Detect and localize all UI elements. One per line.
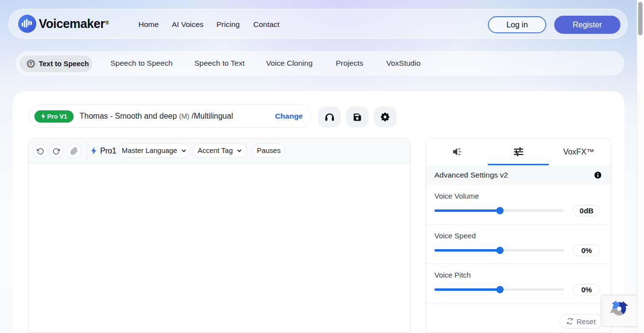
svg-text:T: T [29, 61, 32, 66]
